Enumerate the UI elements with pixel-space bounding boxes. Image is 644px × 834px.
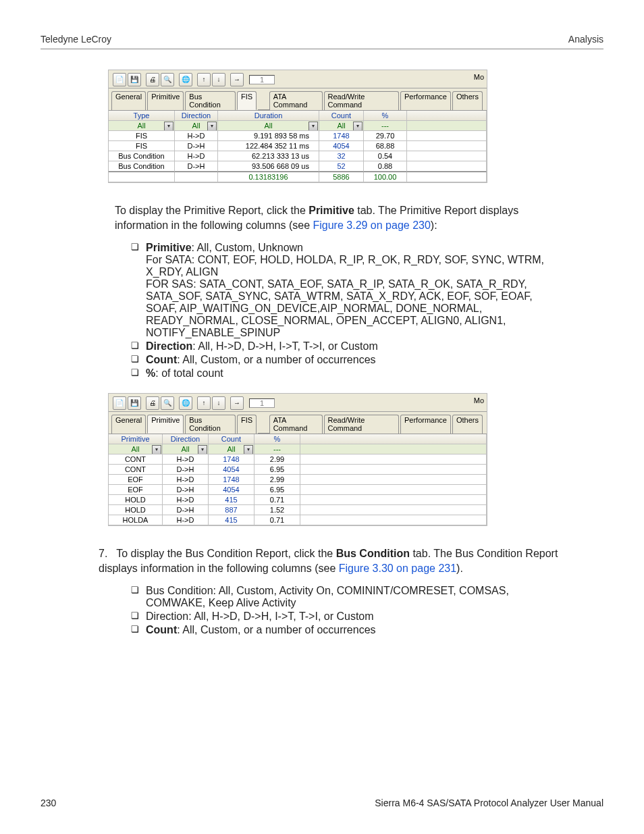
toolbar-page-number[interactable]: 1 <box>249 398 275 408</box>
tab-rw-command[interactable]: Read/Write Command <box>324 415 400 434</box>
shot2-toolbar: 📄 💾 🖨 🔍 🌐 ↑ ↓ → 1 Mo <box>109 394 487 412</box>
header-right: Analysis <box>568 34 603 45</box>
chevron-down-icon[interactable]: ▾ <box>198 445 207 454</box>
toolbar-btn-print[interactable]: 🖨 <box>146 396 159 410</box>
table-row[interactable]: EOFH->D17482.99 <box>109 475 487 485</box>
tab-bus-condition[interactable]: Bus Condition <box>185 91 236 110</box>
bullet-primitive: Primitive: All, Custom, Unknown For SATA… <box>131 242 563 339</box>
tab-general[interactable]: General <box>111 415 146 434</box>
chevron-down-icon[interactable]: ▾ <box>164 122 173 131</box>
col-percent[interactable]: % <box>364 111 407 121</box>
bullet-list-2: Bus Condition: All, Custom, Activity On,… <box>131 585 563 636</box>
toolbar-btn-color[interactable]: 🌐 <box>179 396 192 410</box>
filter-row: All▾ All▾ All▾ All▾ --- <box>109 121 487 131</box>
paragraph-primitive: To display the Primitive Report, click t… <box>115 203 563 232</box>
totals-row: 0.13183196 5886 100.00 <box>109 172 487 182</box>
tab-general[interactable]: General <box>111 91 146 110</box>
link-figure-3-29[interactable]: Figure 3.29 on page 230 <box>313 219 430 231</box>
tab-others[interactable]: Others <box>452 415 483 434</box>
toolbar-btn-next[interactable]: → <box>230 73 244 86</box>
col-direction[interactable]: Direction <box>163 434 209 444</box>
toolbar-btn-1[interactable]: 📄 <box>113 73 126 86</box>
table-row[interactable]: HOLDD->H8871.52 <box>109 505 487 515</box>
filter-direction[interactable]: All▾ <box>163 444 209 454</box>
table-row[interactable]: Bus ConditionH->D62.213 333 13 us320.54 <box>109 151 487 161</box>
bullet-count: Count: All, Custom, or a number of occur… <box>131 354 563 366</box>
page-footer: 230 Sierra M6-4 SAS/SATA Protocol Analyz… <box>41 798 603 808</box>
bullet-percent: %: of total count <box>131 367 563 380</box>
page: Teledyne LeCroy Analysis 📄 💾 🖨 🔍 🌐 ↑ ↓ →… <box>0 0 644 834</box>
col-type[interactable]: Type <box>109 111 175 121</box>
filter-direction[interactable]: All▾ <box>175 121 218 131</box>
total-duration: 0.13183196 <box>218 172 319 182</box>
tab-ata-command[interactable]: ATA Command <box>269 415 323 434</box>
chevron-down-icon[interactable]: ▾ <box>207 122 217 131</box>
table-row[interactable]: FISD->H122.484 352 11 ms405468.88 <box>109 141 487 151</box>
screenshot-2: 📄 💾 🖨 🔍 🌐 ↑ ↓ → 1 Mo General Primitive B… <box>108 393 487 526</box>
shot2-grid: Primitive Direction Count % All▾ All▾ Al… <box>109 434 487 525</box>
bullet-bus-condition: Bus Condition: All, Custom, Activity On,… <box>131 585 563 609</box>
col-direction[interactable]: Direction <box>175 111 218 121</box>
toolbar-btn-1[interactable]: 📄 <box>113 396 126 410</box>
toolbar-btn-next[interactable]: → <box>230 396 244 410</box>
table-row[interactable]: Bus ConditionD->H93.506 668 09 us520.88 <box>109 161 487 172</box>
tab-primitive[interactable]: Primitive <box>147 415 184 434</box>
shot2-truncated: Mo <box>474 396 484 405</box>
col-primitive[interactable]: Primitive <box>109 434 163 444</box>
col-duration[interactable]: Duration <box>218 111 319 121</box>
tab-rw-command[interactable]: Read/Write Command <box>324 91 400 110</box>
filter-type[interactable]: All▾ <box>109 121 175 131</box>
toolbar-btn-up[interactable]: ↑ <box>197 396 211 410</box>
filter-percent: --- <box>254 444 300 454</box>
toolbar-btn-2[interactable]: 💾 <box>128 396 141 410</box>
col-percent[interactable]: % <box>254 434 300 444</box>
header-left: Teledyne LeCroy <box>41 34 111 45</box>
table-row[interactable]: HOLDAH->D4150.71 <box>109 515 487 525</box>
table-row[interactable]: HOLDH->D4150.71 <box>109 495 487 505</box>
toolbar-page-number[interactable]: 1 <box>249 75 275 84</box>
chevron-down-icon[interactable]: ▾ <box>152 445 161 454</box>
tab-fis[interactable]: FIS <box>237 91 257 110</box>
toolbar-btn-2[interactable]: 💾 <box>128 73 141 86</box>
filter-duration[interactable]: All▾ <box>218 121 319 131</box>
step-7: 7. To display the Bus Condition Report, … <box>99 546 563 575</box>
tab-performance[interactable]: Performance <box>400 415 451 434</box>
filter-count[interactable]: All▾ <box>209 444 254 454</box>
tab-others[interactable]: Others <box>452 91 483 110</box>
toolbar-btn-down[interactable]: ↓ <box>212 396 225 410</box>
toolbar-btn-color[interactable]: 🌐 <box>179 73 192 86</box>
toolbar-btn-up[interactable]: ↑ <box>197 73 211 86</box>
tab-fis[interactable]: FIS <box>237 415 257 434</box>
bullet-count-2: Count: All, Custom, or a number of occur… <box>131 624 563 636</box>
chevron-down-icon[interactable]: ▾ <box>353 122 363 131</box>
table-row[interactable]: FISH->D9.191 893 58 ms174829.70 <box>109 131 487 141</box>
tab-performance[interactable]: Performance <box>400 91 451 110</box>
filter-count[interactable]: All▾ <box>319 121 364 131</box>
col-count[interactable]: Count <box>319 111 364 121</box>
chevron-down-icon[interactable]: ▾ <box>244 445 253 454</box>
content: 📄 💾 🖨 🔍 🌐 ↑ ↓ → 1 Mo General Primitive B… <box>115 70 563 636</box>
tab-ata-command[interactable]: ATA Command <box>269 91 323 110</box>
tab-primitive[interactable]: Primitive <box>147 91 184 110</box>
toolbar-btn-print[interactable]: 🖨 <box>146 73 159 86</box>
total-count: 5886 <box>319 172 364 182</box>
shot1-tabs: General Primitive Bus Condition FIS ATA … <box>109 88 487 110</box>
chevron-down-icon[interactable]: ▾ <box>308 122 318 131</box>
col-count[interactable]: Count <box>209 434 254 444</box>
table-row[interactable]: CONTH->D17482.99 <box>109 454 487 465</box>
toolbar-btn-down[interactable]: ↓ <box>212 73 225 86</box>
tab-bus-condition[interactable]: Bus Condition <box>185 415 236 434</box>
total-percent: 100.00 <box>364 172 407 182</box>
toolbar-btn-preview[interactable]: 🔍 <box>161 73 174 86</box>
page-header: Teledyne LeCroy Analysis <box>41 34 603 49</box>
shot1-toolbar: 📄 💾 🖨 🔍 🌐 ↑ ↓ → 1 Mo <box>109 70 487 88</box>
bullet-list-1: Primitive: All, Custom, Unknown For SATA… <box>131 242 563 380</box>
toolbar-btn-preview[interactable]: 🔍 <box>161 396 174 410</box>
bullet-direction: Direction: All, H->D, D->H, I->T, T->I, … <box>131 340 563 353</box>
table-row[interactable]: CONTD->H40546.95 <box>109 465 487 475</box>
table-row[interactable]: EOFD->H40546.95 <box>109 485 487 495</box>
filter-percent: --- <box>364 121 407 131</box>
shot1-truncated: Mo <box>474 73 484 81</box>
link-figure-3-30[interactable]: Figure 3.30 on page 231 <box>339 563 456 574</box>
filter-primitive[interactable]: All▾ <box>109 444 163 454</box>
